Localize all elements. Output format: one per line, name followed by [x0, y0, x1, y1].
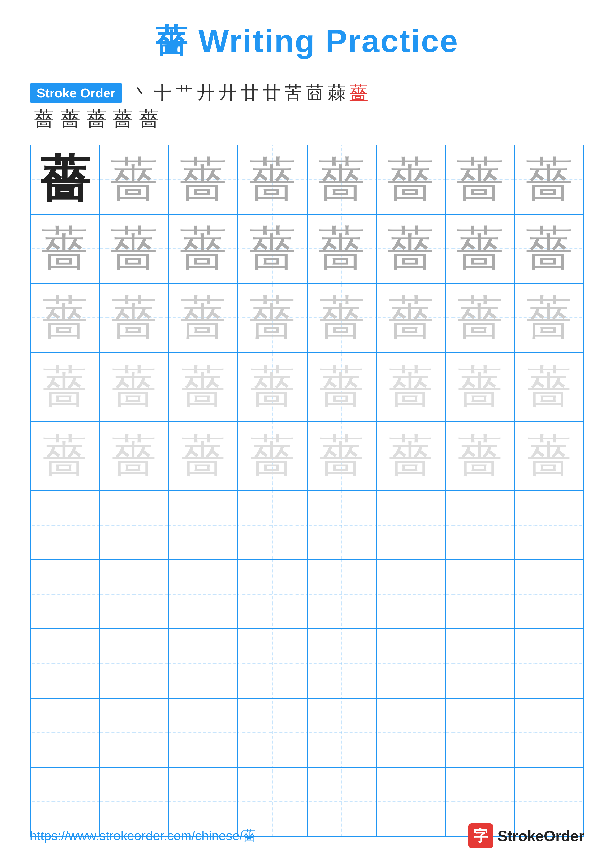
grid-cell [376, 491, 445, 560]
grid-cell [169, 698, 238, 767]
cell-character: 薔 [319, 365, 364, 409]
cell-character: 薔 [43, 434, 87, 478]
grid-cell: 薔 [30, 214, 99, 283]
grid-cell: 薔 [307, 214, 376, 283]
grid-cell [99, 629, 168, 698]
practice-grid: 薔薔薔薔薔薔薔薔薔薔薔薔薔薔薔薔薔薔薔薔薔薔薔薔薔薔薔薔薔薔薔薔薔薔薔薔薔薔薔薔 [30, 144, 584, 837]
grid-row [30, 491, 584, 560]
grid-row: 薔薔薔薔薔薔薔薔 [30, 214, 584, 283]
grid-cell [445, 491, 515, 560]
grid-cell: 薔 [238, 422, 307, 491]
cell-character: 薔 [112, 365, 156, 409]
cell-character: 薔 [318, 156, 365, 203]
grid-cell [307, 629, 376, 698]
cell-character: 薔 [319, 295, 365, 341]
cell-character: 薔 [249, 295, 295, 341]
cell-character: 薔 [112, 434, 156, 478]
grid-cell [169, 629, 238, 698]
stroke-seq-3: 艹 [176, 83, 193, 103]
grid-cell [515, 698, 584, 767]
grid-cell [99, 698, 168, 767]
grid-cell [376, 698, 445, 767]
stroke-seq-r2-3: 薔 [87, 108, 107, 130]
grid-cell: 薔 [99, 352, 168, 422]
brand-icon: 字 [468, 823, 493, 848]
grid-cell [515, 629, 584, 698]
grid-cell: 薔 [238, 214, 307, 283]
grid-cell: 薔 [169, 283, 238, 352]
cell-character: 薔 [249, 156, 296, 203]
stroke-seq-r2-1: 薔 [34, 108, 54, 130]
grid-cell: 薔 [515, 214, 584, 283]
stroke-seq-9: 莔 [306, 83, 324, 103]
footer: https://www.strokeorder.com/chinese/薔 字 … [30, 823, 584, 848]
grid-cell: 薔 [515, 352, 584, 422]
grid-cell: 薔 [376, 283, 445, 352]
grid-cell [238, 698, 307, 767]
grid-cell: 薔 [307, 422, 376, 491]
cell-character: 薔 [526, 295, 572, 341]
grid-cell [445, 560, 515, 629]
grid-cell: 薔 [445, 214, 515, 283]
grid-cell [445, 698, 515, 767]
grid-cell: 薔 [30, 283, 99, 352]
stroke-seq-11: 薔 [350, 83, 368, 103]
grid-cell: 薔 [169, 145, 238, 214]
grid-cell: 薔 [238, 283, 307, 352]
grid-cell: 薔 [515, 145, 584, 214]
cell-character: 薔 [180, 225, 227, 272]
grid-cell: 薔 [307, 145, 376, 214]
cell-character: 薔 [181, 365, 225, 409]
grid-cell: 薔 [376, 145, 445, 214]
brand-name: StrokeOrder [497, 828, 584, 845]
cell-character: 薔 [457, 225, 504, 272]
grid-cell: 薔 [445, 352, 515, 422]
stroke-seq-1: 丶 [132, 83, 149, 103]
cell-character: 薔 [43, 365, 87, 409]
title-character: 薔 [155, 23, 188, 59]
grid-cell [307, 698, 376, 767]
cell-character: 薔 [527, 434, 571, 478]
cell-character: 薔 [181, 434, 225, 478]
grid-cell [515, 560, 584, 629]
cell-character: 薔 [110, 156, 157, 203]
grid-cell: 薔 [376, 214, 445, 283]
cell-character: 薔 [180, 156, 227, 203]
grid-cell: 薔 [445, 145, 515, 214]
cell-character: 薔 [319, 434, 364, 478]
grid-cell: 薔 [169, 352, 238, 422]
grid-cell: 薔 [376, 352, 445, 422]
grid-cell [307, 560, 376, 629]
stroke-seq-4: 廾 [197, 83, 215, 103]
stroke-seq-r2-4: 薔 [113, 108, 133, 130]
grid-row [30, 560, 584, 629]
cell-character: 薔 [42, 295, 88, 341]
grid-row: 薔薔薔薔薔薔薔薔 [30, 145, 584, 214]
grid-cell: 薔 [445, 283, 515, 352]
grid-cell: 薔 [99, 283, 168, 352]
stroke-sequence-row1: 丶 十 艹 廾 廾 廿 廿 苦 莔 蕀 薔 [130, 83, 370, 103]
grid-cell [99, 491, 168, 560]
cell-character: 薔 [180, 295, 226, 341]
page: 薔 Writing Practice Stroke Order 丶 十 艹 廾 … [0, 0, 614, 868]
cell-character: 薔 [110, 225, 157, 272]
grid-cell: 薔 [307, 283, 376, 352]
stroke-seq-r2-2: 薔 [61, 108, 80, 130]
grid-cell: 薔 [169, 422, 238, 491]
grid-cell: 薔 [238, 352, 307, 422]
grid-cell: 薔 [515, 422, 584, 491]
grid-cell [99, 560, 168, 629]
grid-cell [30, 491, 99, 560]
cell-character: 薔 [525, 156, 573, 203]
stroke-seq-2: 十 [154, 83, 171, 103]
footer-url[interactable]: https://www.strokeorder.com/chinese/薔 [30, 827, 256, 845]
grid-cell [445, 629, 515, 698]
stroke-seq-10: 蕀 [328, 83, 346, 103]
cell-character: 薔 [525, 225, 573, 272]
grid-cell: 薔 [30, 422, 99, 491]
grid-cell: 薔 [99, 422, 168, 491]
cell-character: 薔 [458, 434, 502, 478]
cell-character: 薔 [457, 156, 504, 203]
cell-character: 薔 [389, 365, 433, 409]
cell-character: 薔 [389, 434, 433, 478]
